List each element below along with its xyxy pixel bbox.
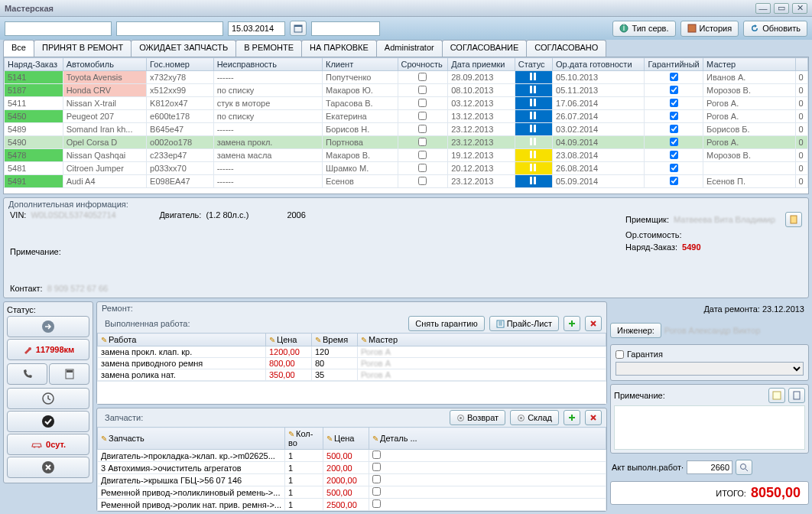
svg-rect-5	[530, 73, 532, 80]
table-row[interactable]: Двигатель->прокладка->клап. кр.->m02625.…	[98, 450, 606, 462]
check-button[interactable]	[7, 411, 89, 432]
stock-button[interactable]: Склад	[510, 410, 559, 425]
cancel-icon	[41, 460, 55, 474]
col-header[interactable]: Мастер	[703, 58, 795, 71]
add-part-button[interactable]	[564, 410, 580, 425]
status-accept-button[interactable]	[7, 316, 89, 337]
filter-input-2[interactable]	[116, 21, 223, 36]
col-header[interactable]: Гос.номер	[147, 58, 214, 71]
window-title: Мастерская	[5, 4, 54, 13]
refresh-button[interactable]: Обновить	[743, 21, 807, 37]
days-button[interactable]: 0сут.	[7, 434, 89, 455]
table-row[interactable]: 5489Somand Iran kh...B645e47------Борисо…	[5, 123, 808, 136]
info-icon: i	[619, 24, 628, 33]
filter-input-3[interactable]	[311, 21, 380, 36]
calculator-icon	[64, 369, 75, 379]
contact-label: Контакт:	[10, 284, 43, 293]
calendar-icon[interactable]	[290, 21, 307, 36]
col-header[interactable]: Срочность	[398, 58, 448, 71]
table-row[interactable]: замена приводного ремня800,0080Рогов А	[98, 358, 606, 369]
col-header[interactable]: Неисправность	[213, 58, 322, 71]
filter-input-1[interactable]	[5, 21, 112, 36]
service-type-button[interactable]: iТип серв.	[612, 21, 675, 37]
work-done-label: Выполненная работа:	[102, 319, 190, 328]
return-button[interactable]: Возврат	[450, 410, 505, 425]
note-edit-icon[interactable]	[768, 388, 785, 403]
phone-icon	[21, 368, 34, 380]
col-header[interactable]	[795, 58, 807, 71]
table-row[interactable]: 5490Opel Corsa Do002oo178замена прокл.По…	[5, 136, 808, 149]
svg-rect-8	[534, 86, 536, 93]
table-row[interactable]: 5491Audi A4E098EA47------Есенов23.12.201…	[5, 175, 808, 188]
tab-2[interactable]: ОЖИДАЕТ ЗАПЧАСТЬ	[131, 40, 236, 57]
svg-rect-22	[534, 177, 536, 184]
tab-7[interactable]: СОГЛАСОВАНО	[526, 40, 606, 57]
col-header[interactable]: Гарантийный	[645, 58, 703, 71]
svg-rect-10	[534, 99, 536, 106]
svg-rect-18	[534, 151, 536, 158]
col-header[interactable]: Ор.дата готовности	[553, 58, 645, 71]
cancel-button[interactable]	[7, 457, 89, 478]
col-header[interactable]: Статус	[515, 58, 552, 71]
date-input[interactable]	[228, 21, 285, 36]
arrow-in-icon	[41, 320, 55, 333]
phone-button[interactable]	[7, 363, 47, 385]
maximize-button[interactable]: ▭	[774, 3, 789, 14]
delete-part-button[interactable]	[585, 410, 602, 425]
contact-value: 8 909 572 67 66	[47, 284, 200, 293]
orders-table[interactable]: Наряд-ЗаказАвтомобильГос.номерНеисправно…	[4, 57, 808, 188]
col-header[interactable]: Автомобиль	[63, 58, 146, 71]
act-search-icon[interactable]	[736, 460, 752, 475]
svg-point-34	[520, 417, 522, 419]
table-row[interactable]: 3 Автохимия->очиститель агрегатов1200,00	[98, 462, 606, 474]
work-table[interactable]: ✎Работа✎Цена✎Время✎Мастер замена прокл. …	[97, 333, 606, 381]
note-clip-icon[interactable]	[788, 388, 805, 403]
status-legend: Статус:	[7, 305, 89, 314]
receiver-edit-icon[interactable]	[785, 212, 802, 227]
warranty-checkbox[interactable]: Гарантия	[615, 350, 804, 359]
tab-1[interactable]: ПРИНЯТ В РЕМОНТ	[34, 40, 132, 57]
engine-label: Двигатель:	[159, 210, 201, 220]
tab-5[interactable]: Administrator	[376, 40, 443, 57]
svg-point-37	[741, 464, 746, 470]
history-button[interactable]: История	[680, 21, 739, 37]
table-row[interactable]: замена ролика нат.350,0035Рогов А	[98, 369, 606, 381]
remove-warranty-button[interactable]: Снять гарантию	[408, 316, 484, 331]
minimize-button[interactable]: —	[755, 3, 771, 14]
act-label: Акт выполн.работ·	[612, 463, 684, 472]
table-row[interactable]: замена прокл. клап. кр.1200,00120Рогов А	[98, 346, 606, 358]
table-row[interactable]: 5481Citroen Jumperp033xx70------Шрамко М…	[5, 162, 808, 175]
table-row[interactable]: Двигатель->крышка ГБЦ->56 07 14612000,00	[98, 474, 606, 486]
engineer-button[interactable]: Инженер:	[610, 323, 661, 338]
parts-table[interactable]: ✎Запчасть✎Кол-во✎Цена✎Деталь ... Двигате…	[97, 427, 606, 511]
table-row[interactable]: Ременной привод->ролик нат. прив. ремня-…	[98, 499, 606, 511]
svg-rect-21	[530, 177, 532, 184]
table-row[interactable]: 5141Toyota Avensisx732xy78------Попутчен…	[5, 71, 808, 84]
note-label: Примечание:	[10, 247, 61, 256]
svg-rect-12	[534, 112, 536, 119]
act-value[interactable]	[687, 460, 732, 474]
tab-0[interactable]: Все	[3, 40, 34, 57]
mileage-button[interactable]: 117998км	[7, 339, 89, 360]
table-row[interactable]: 5450Peugeot 207e600te178по спискуЕкатери…	[5, 110, 808, 123]
table-row[interactable]: 5478Nissan Qashqaic233ep47замена маслаМа…	[5, 149, 808, 162]
wrench-icon	[22, 344, 33, 355]
clock-button[interactable]	[7, 388, 89, 409]
tab-3[interactable]: В РЕМОНТЕ	[235, 40, 302, 57]
table-row[interactable]: 5411Nissan X-trailK812ox47стук в мотореТ…	[5, 97, 808, 110]
tab-6[interactable]: СОГЛАСОВАНИЕ	[442, 40, 528, 57]
col-header[interactable]: Дата приемки	[448, 58, 515, 71]
note-textarea[interactable]	[614, 405, 805, 450]
close-button[interactable]: ✕	[792, 3, 807, 14]
year-value: 2006	[287, 210, 325, 220]
col-header[interactable]: Наряд-Заказ	[5, 58, 63, 71]
table-row[interactable]: Ременной привод->поликлиновый ремень->..…	[98, 486, 606, 499]
add-work-button[interactable]	[564, 316, 580, 331]
table-row[interactable]: 5187Honda CRVx512xx99по спискуМакаров Ю.…	[5, 84, 808, 97]
warranty-select[interactable]	[615, 362, 804, 376]
calc-button[interactable]	[49, 363, 89, 385]
price-list-button[interactable]: Прайс-Лист	[489, 316, 559, 331]
delete-work-button[interactable]	[585, 316, 602, 331]
col-header[interactable]: Клиент	[322, 58, 398, 71]
tab-4[interactable]: НА ПАРКОВКЕ	[301, 40, 377, 57]
